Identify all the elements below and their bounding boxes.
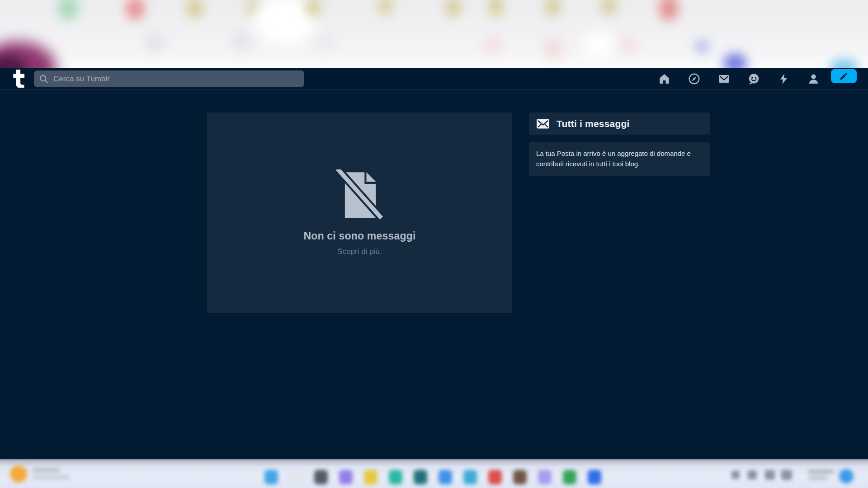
toolbar-blob bbox=[545, 41, 561, 57]
tray-icon[interactable] bbox=[748, 470, 757, 479]
tab-favicon-blob bbox=[601, 0, 617, 15]
envelope-icon bbox=[536, 118, 550, 129]
toolbar-blob bbox=[620, 38, 635, 52]
weather-text-blob bbox=[33, 468, 60, 472]
home-icon bbox=[658, 73, 670, 85]
compose-button[interactable] bbox=[831, 69, 857, 83]
chrome-highlight bbox=[583, 32, 615, 59]
inbox-button[interactable] bbox=[718, 73, 730, 85]
weather-icon[interactable] bbox=[10, 465, 27, 483]
taskbar-app-icon[interactable] bbox=[488, 470, 502, 484]
browser-chrome-blurred bbox=[0, 0, 868, 68]
search-bar[interactable] bbox=[34, 70, 304, 87]
taskbar-app-icon[interactable] bbox=[289, 470, 303, 484]
taskbar-app-icon[interactable] bbox=[364, 470, 377, 484]
tray-icon[interactable] bbox=[781, 470, 792, 480]
taskbar-app-icon[interactable] bbox=[588, 470, 601, 484]
explore-button[interactable] bbox=[688, 73, 700, 85]
taskbar-app-icon[interactable] bbox=[439, 470, 452, 484]
inbox-title: Tutti i messaggi bbox=[557, 118, 630, 129]
compass-icon bbox=[688, 73, 700, 85]
taskbar-app-icon[interactable] bbox=[538, 470, 552, 484]
weather-text-blob bbox=[33, 475, 70, 479]
taskbar-app-icon[interactable] bbox=[414, 470, 427, 484]
tumblr-navbar bbox=[0, 68, 868, 89]
lightning-icon bbox=[778, 73, 790, 85]
mail-icon bbox=[718, 73, 730, 85]
navbar-icons bbox=[658, 68, 820, 89]
inbox-header: Tutti i messaggi bbox=[529, 113, 710, 135]
tray-icon[interactable] bbox=[765, 470, 775, 480]
tab-favicon-blob bbox=[445, 0, 461, 17]
inbox-sidebar: Tutti i messaggi La tua Posta in arrivo … bbox=[529, 113, 710, 176]
tab-favicon-blob bbox=[126, 0, 145, 20]
inbox-description: La tua Posta in arrivo è un aggregato di… bbox=[529, 142, 710, 176]
chat-smiley-icon bbox=[748, 73, 760, 85]
empty-messages-panel: Non ci sono messaggi Scopri di più. bbox=[207, 113, 512, 313]
taskbar-app-icon[interactable] bbox=[563, 470, 576, 484]
person-icon bbox=[807, 73, 820, 85]
tab-favicon-blob bbox=[488, 0, 504, 16]
taskbar-app-icon[interactable] bbox=[513, 470, 527, 484]
activity-button[interactable] bbox=[778, 73, 790, 85]
tab-favicon-blob bbox=[306, 0, 321, 17]
tumblr-logo-icon bbox=[12, 70, 27, 88]
taskbar-app-icons bbox=[264, 470, 626, 484]
pencil-icon bbox=[839, 71, 849, 81]
tab-favicon-blob bbox=[659, 0, 678, 21]
toolbar-blob bbox=[695, 40, 709, 53]
clock-text-blob bbox=[808, 470, 834, 474]
tab-favicon-blob bbox=[186, 0, 203, 18]
tab-favicon-blob bbox=[378, 0, 392, 15]
taskbar-app-icon[interactable] bbox=[389, 470, 402, 484]
no-messages-icon bbox=[336, 169, 383, 222]
toolbar-blob bbox=[235, 35, 249, 49]
toolbar-blob bbox=[319, 37, 331, 49]
taskbar-app-icon[interactable] bbox=[264, 470, 278, 484]
taskbar-app-icon[interactable] bbox=[314, 470, 328, 484]
tab-favicon-blob bbox=[58, 0, 79, 20]
account-button[interactable] bbox=[807, 73, 820, 85]
tab-favicon-blob bbox=[545, 0, 560, 16]
messages-page: Non ci sono messaggi Scopri di più. Tutt… bbox=[0, 89, 868, 459]
tray-accent-icon[interactable] bbox=[839, 469, 854, 483]
learn-more-link[interactable]: Scopri di più. bbox=[337, 247, 382, 256]
toolbar-blob bbox=[486, 39, 501, 53]
tumblr-logo[interactable] bbox=[12, 70, 27, 88]
search-input[interactable] bbox=[52, 74, 299, 84]
taskbar-app-icon[interactable] bbox=[463, 470, 477, 484]
search-icon bbox=[39, 75, 48, 84]
chat-button[interactable] bbox=[748, 73, 760, 85]
taskbar-app-icon[interactable] bbox=[339, 470, 353, 484]
compose-glow bbox=[830, 60, 858, 68]
tray-icon[interactable] bbox=[731, 471, 740, 479]
empty-state-title: Non ci sono messaggi bbox=[303, 230, 415, 242]
toolbar-blob bbox=[149, 37, 161, 49]
home-button[interactable] bbox=[658, 73, 670, 85]
clock-text-blob bbox=[808, 476, 827, 479]
taskbar-blurred bbox=[0, 459, 868, 488]
toolbar-blob bbox=[723, 53, 747, 68]
